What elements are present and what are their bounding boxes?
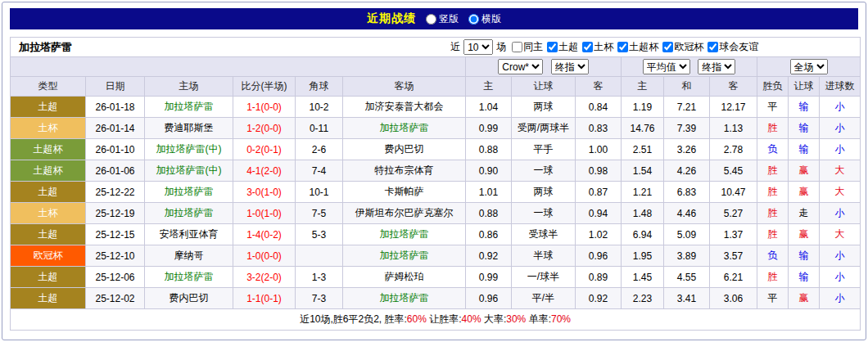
league-checkbox[interactable] [662,42,673,52]
summary-row: 近10场,胜6平2负2, 胜率:60% 让胜率:40% 大率:30% 单率:70… [11,309,861,331]
eu-away-odds: 3.06 [710,288,757,309]
summary-cell: 近10场,胜6平2负2, 胜率:60% 让胜率:40% 大率:30% 单率:70… [11,309,861,331]
away-team: 费内巴切 [343,139,466,160]
type-badge: 土超 [11,182,86,203]
ah-line: 一/球半 [512,267,576,288]
eu-home-odds: 1.95 [622,245,664,267]
ah-away-odds: 0.96 [576,245,622,267]
odds-source-select[interactable]: Crow* [498,59,543,74]
column-header: 进球数 [820,77,861,97]
league-checkbox-label: 土超 [558,40,578,54]
away-team: 加济安泰普大都会 [343,97,466,118]
ah-line: 两球 [512,182,576,203]
eu-draw-odds: 3.41 [664,288,710,309]
goals-result: 小 [820,267,861,288]
league-filter-土超杯[interactable]: 土超杯 [617,40,658,54]
handicap-result: 输 [789,97,820,118]
selector-spacer [11,57,466,77]
home-team: 加拉塔萨雷(中) [145,160,233,182]
match-date: 26-01-14 [86,118,145,139]
league-filter-土超[interactable]: 土超 [547,40,578,54]
match-row: 土超26-01-18加拉塔萨雷1-1(0-0)10-2加济安泰普大都会1.04两… [11,97,861,118]
final-score: 3-2(2-0) [233,267,296,288]
eu-away-odds: 1.37 [710,224,757,245]
corner-score: 10-1 [296,182,343,203]
result-badge: 平 [757,97,789,118]
away-team: 伊斯坦布尔巴萨克塞尔 [343,203,466,224]
eu-home-odds: 2.51 [622,139,664,160]
europe-avg-select[interactable]: 平均值 [643,59,690,74]
final-score: 1-4(0-2) [233,224,296,245]
type-badge: 欧冠杯 [11,245,86,267]
handicap-result: 赢 [789,182,820,203]
home-team: 费迪耶斯堡 [145,118,233,139]
corner-score: 7-4 [296,160,343,182]
corner-score: 5-3 [296,224,343,245]
eu-home-odds: 1.54 [622,160,664,182]
ah-line: 一球 [512,203,576,224]
page-title: 近期战绩 [367,11,416,26]
scope-selector-cell: 全场 [757,57,861,77]
layout-option-vertical[interactable]: 竖版 [426,12,459,26]
eu-away-odds: 5.27 [710,203,757,224]
layout-option-horizontal[interactable]: 横版 [468,12,501,26]
ah-home-odds: 0.88 [466,139,512,160]
league-checkbox[interactable] [617,42,628,52]
ah-away-odds: 1.02 [576,224,622,245]
result-badge: 胜 [757,267,789,288]
column-header: 让球 [789,77,820,97]
type-badge: 土超杯 [11,139,86,160]
eu-draw-odds: 3.89 [664,245,710,267]
away-team: 特拉布宗体育 [343,160,466,182]
ah-home-odds: 1.04 [466,97,512,118]
ah-away-odds: 0.89 [576,267,622,288]
handicap-result: 输 [789,267,820,288]
league-checkbox-label: 土杯 [594,40,613,54]
eu-away-odds: 3.57 [710,245,757,267]
handicap-result: 输 [789,245,820,267]
ah-home-odds: 0.86 [466,224,512,245]
column-header: 主场 [145,77,233,97]
ah-away-odds: 0.84 [576,97,622,118]
home-team: 加拉塔萨雷 [145,267,233,288]
league-filter-欧冠杯[interactable]: 欧冠杯 [662,40,703,54]
away-team: 加拉塔萨雷 [343,224,466,245]
league-filter-同主[interactable]: 同主 [512,40,543,54]
eu-draw-odds: 7.39 [664,118,710,139]
league-checkbox[interactable] [512,42,522,52]
match-date: 25-12-02 [86,288,145,309]
vertical-layout-radio[interactable] [426,14,436,25]
league-checkbox[interactable] [708,42,718,52]
handicap-result: 输 [789,139,820,160]
final-score: 1-1(0-1) [233,288,296,309]
scope-select[interactable]: 全场 [790,59,828,74]
team-name: 加拉塔萨雷 [19,40,72,55]
eu-away-odds: 5.45 [710,160,757,182]
ah-line: 平手 [512,139,576,160]
result-badge: 胜 [757,182,789,203]
ah-home-odds: 0.92 [466,245,512,267]
league-filter-球会友谊[interactable]: 球会友谊 [708,40,758,54]
eu-home-odds: 14.76 [622,118,664,139]
titlebar: 近期战绩 竖版 横版 [10,8,858,29]
goals-result: 小 [820,203,861,224]
recent-count-select[interactable]: 10 [463,39,493,55]
home-team: 加拉塔萨雷 [145,97,233,118]
goals-result: 小 [820,139,861,160]
europe-time-select[interactable]: 终指 [698,59,735,74]
horizontal-layout-radio[interactable] [468,14,479,25]
recent-label: 近 [450,40,460,54]
league-checkbox[interactable] [547,42,558,52]
handicap-time-select[interactable]: 终指 [551,59,589,74]
league-filter-group: 同主土超土杯土超杯欧冠杯球会友谊 [508,40,758,55]
match-row: 土杯26-01-14费迪耶斯堡1-2(0-0)0-11加拉塔萨雷0.99受两/两… [11,118,861,139]
column-header: 类型 [11,77,86,97]
final-score: 1-1(0-0) [233,97,296,118]
vertical-layout-label: 竖版 [439,12,459,26]
eu-away-odds: 6.21 [710,267,757,288]
league-filter-土杯[interactable]: 土杯 [582,40,613,54]
eu-draw-odds: 7.21 [664,97,710,118]
goals-result: 小 [820,97,861,118]
league-checkbox[interactable] [582,42,593,52]
eu-draw-odds: 3.26 [664,139,710,160]
